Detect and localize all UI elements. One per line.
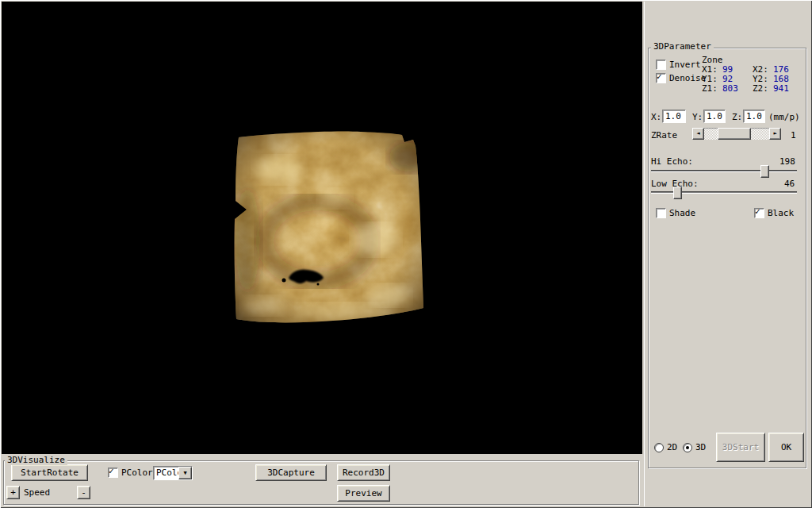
scale-z-label: Z: xyxy=(732,113,742,122)
record-3d-button[interactable]: Record3D xyxy=(337,464,390,481)
slider-track xyxy=(651,170,797,171)
pcolor-dropdown[interactable]: PColor ▼ xyxy=(153,466,193,480)
zone-z1-label: Z1: xyxy=(702,84,718,94)
zrate-scrollbar[interactable]: ◄ ► xyxy=(692,128,781,140)
dropdown-button[interactable]: ▼ xyxy=(178,467,192,479)
scroll-left-icon: ◄ xyxy=(696,131,699,137)
dropdown-arrow-icon: ▼ xyxy=(183,471,186,476)
zone-z1-value: 803 xyxy=(722,84,738,94)
start-3d-button[interactable]: 3DStart xyxy=(716,433,765,462)
check-icon: ✓ xyxy=(755,207,760,216)
visualize-group-title: 3DVisualize xyxy=(5,456,67,465)
capture-3d-button[interactable]: 3DCapture xyxy=(255,464,327,481)
scale-x-label: X: xyxy=(651,113,661,122)
scale-x-input[interactable] xyxy=(662,110,686,123)
radio-circle xyxy=(683,443,692,452)
shade-checkbox[interactable]: ✓ Shade xyxy=(656,208,695,218)
mode-2d-radio[interactable]: 2D xyxy=(654,443,677,452)
scroll-right-icon: ► xyxy=(773,131,776,137)
checkbox-box: ✓ xyxy=(656,60,666,70)
zone-z2-label: Z2: xyxy=(753,84,768,94)
speed-plus-button[interactable]: + xyxy=(6,486,20,499)
pcolor-label: PColor xyxy=(121,468,153,478)
scroll-right-button[interactable]: ► xyxy=(769,128,781,140)
denoise-label: Denoise xyxy=(669,74,706,83)
zrate-label: ZRate xyxy=(651,131,677,140)
scroll-thumb[interactable] xyxy=(718,128,751,140)
black-checkbox[interactable]: ✓ Black xyxy=(754,208,794,218)
hi-echo-slider-thumb[interactable] xyxy=(760,165,769,178)
volume-render xyxy=(2,2,642,454)
mode-2d-label: 2D xyxy=(667,443,677,452)
scale-y-input[interactable] xyxy=(703,110,726,123)
parameter-panel: 3DParameter ✓ Invert ✓ Denoise Zone X1: … xyxy=(644,2,811,506)
shade-label: Shade xyxy=(669,209,695,218)
check-icon: ✓ xyxy=(657,72,662,81)
radio-circle xyxy=(654,443,664,452)
zone-z2-value: 941 xyxy=(773,84,789,94)
mode-3d-label: 3D xyxy=(695,443,706,452)
render-viewport[interactable] xyxy=(2,2,642,454)
parameter-group-title: 3DParameter xyxy=(651,42,714,52)
app-window: 3DParameter ✓ Invert ✓ Denoise Zone X1: … xyxy=(0,0,812,508)
zrate-value: 1 xyxy=(791,131,796,140)
low-echo-slider[interactable] xyxy=(651,187,797,198)
checkbox-box: ✓ xyxy=(656,208,666,218)
scale-y-label: Y: xyxy=(692,113,703,122)
start-rotate-button[interactable]: StartRotate xyxy=(11,464,88,481)
invert-checkbox[interactable]: ✓ Invert xyxy=(656,60,701,70)
checkbox-box: ✓ xyxy=(656,73,666,83)
denoise-checkbox[interactable]: ✓ Denoise xyxy=(656,73,706,83)
low-echo-slider-thumb[interactable] xyxy=(673,187,682,199)
pcolor-checkbox[interactable]: ✓ PColor xyxy=(108,468,153,478)
black-label: Black xyxy=(768,209,794,218)
check-icon: ✓ xyxy=(109,467,114,475)
checkbox-box: ✓ xyxy=(108,468,118,478)
visualize-panel: 3DVisualize StartRotate ✓ PColor PColor … xyxy=(2,454,642,506)
scroll-left-button[interactable]: ◄ xyxy=(692,128,704,140)
ok-button[interactable]: OK xyxy=(768,433,804,462)
scale-z-input[interactable] xyxy=(743,110,765,123)
mode-3d-radio[interactable]: 3D xyxy=(683,443,706,452)
speed-label: Speed xyxy=(24,488,50,498)
checkbox-box: ✓ xyxy=(754,208,764,218)
invert-label: Invert xyxy=(669,60,701,70)
speed-minus-button[interactable]: - xyxy=(77,486,90,499)
scale-unit-label: (mm/p) xyxy=(768,113,800,122)
preview-button[interactable]: Preview xyxy=(337,485,390,502)
hi-echo-slider[interactable] xyxy=(651,165,797,176)
